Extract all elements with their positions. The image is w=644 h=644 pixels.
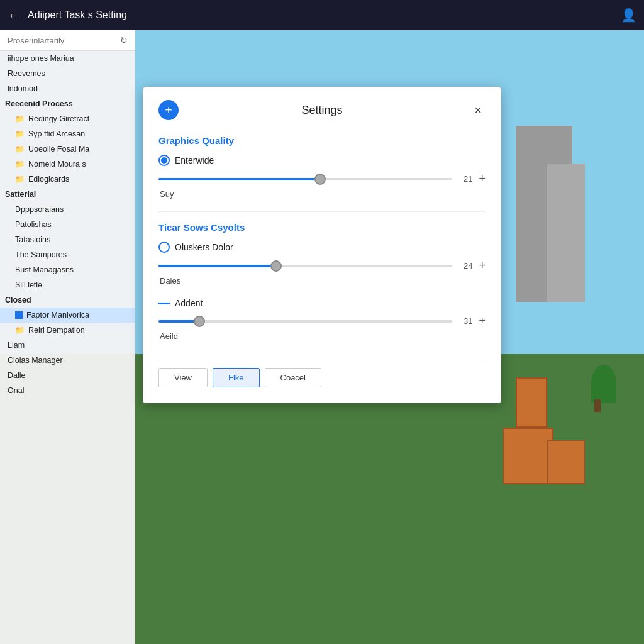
modal-footer: View Flke Coacel <box>158 360 486 387</box>
slider-plus-oluskers[interactable]: + <box>479 259 486 272</box>
page-title: Adiipert Task s Setting <box>28 9 613 21</box>
back-button[interactable]: ← <box>8 8 20 23</box>
cancel-button[interactable]: Coacel <box>265 368 321 387</box>
modal-close-button[interactable]: × <box>470 102 486 119</box>
slider-track-graphics[interactable] <box>158 178 452 180</box>
radio-label-oluskers: Oluskers Dolor <box>175 242 233 252</box>
slider-value-addent: 31 <box>458 316 472 326</box>
radio-row-enterwide[interactable]: Enterwide <box>158 155 486 166</box>
section-divider <box>158 211 486 212</box>
slider-thumb-addent[interactable] <box>194 316 205 327</box>
slider-fill-graphics <box>158 178 320 180</box>
radio-enterwide[interactable] <box>158 155 170 166</box>
slider-row-graphics: 21 + <box>158 172 486 186</box>
radio-label-enterwide: Enterwide <box>175 155 214 165</box>
modal-overlay: + Settings × Graphics Quality Enterwide … <box>0 30 644 644</box>
slider-thumb-graphics[interactable] <box>314 174 326 185</box>
view-button[interactable]: View <box>158 368 208 387</box>
slider-track-addent[interactable] <box>158 320 452 323</box>
slider-track-oluskers[interactable] <box>158 265 452 267</box>
settings-modal: + Settings × Graphics Quality Enterwide … <box>143 87 501 403</box>
radio-row-addent[interactable]: Addent <box>158 298 486 308</box>
radio-label-addent: Addent <box>175 298 203 308</box>
slider-plus-graphics[interactable]: + <box>479 172 486 186</box>
radio-oluskers[interactable] <box>158 242 170 253</box>
slider-row-oluskers: 24 + <box>158 259 486 272</box>
slider-value-graphics: 21 <box>458 174 472 184</box>
slider-value-oluskers: 24 <box>458 261 472 270</box>
slider-fill-oluskers <box>158 265 276 267</box>
flke-button[interactable]: Flke <box>213 368 260 387</box>
section-title-ticar: Ticar Sows Csyolts <box>158 222 486 233</box>
section-title-graphics: Graphics Quality <box>158 135 486 146</box>
modal-title: Settings <box>301 104 342 117</box>
dash-addent <box>158 303 170 304</box>
modal-header: + Settings × <box>158 100 486 120</box>
user-icon[interactable]: 👤 <box>621 8 636 23</box>
slider-plus-addent[interactable]: + <box>479 314 486 328</box>
radio-row-oluskers[interactable]: Oluskers Dolor <box>158 242 486 253</box>
slider-sublabel-graphics: Suy <box>160 189 486 199</box>
top-bar: ← Adiipert Task s Setting 👤 <box>0 0 644 30</box>
slider-thumb-oluskers[interactable] <box>270 260 282 272</box>
slider-sublabel-addent: Aeild <box>160 331 486 341</box>
modal-add-button[interactable]: + <box>158 100 179 120</box>
slider-sublabel-oluskers: Dales <box>160 276 486 286</box>
slider-row-addent: 31 + <box>158 314 486 328</box>
